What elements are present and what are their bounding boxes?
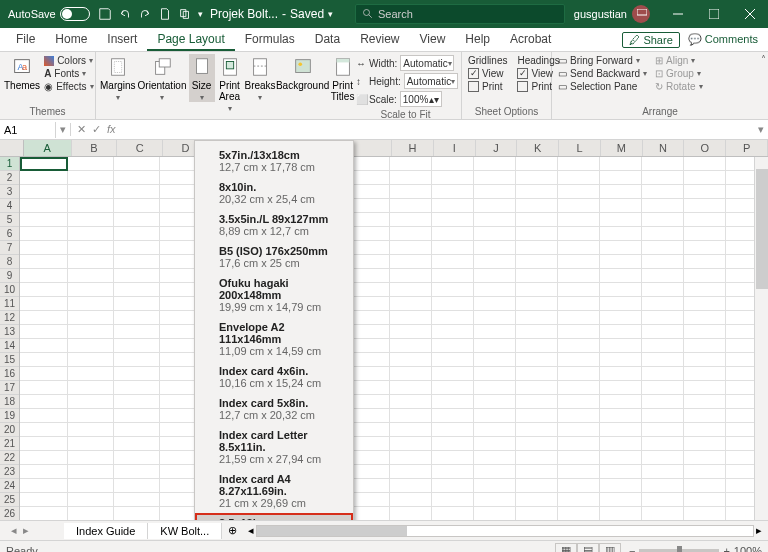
undo-icon[interactable] [118, 7, 132, 21]
cell[interactable] [516, 451, 558, 465]
cell[interactable] [516, 437, 558, 451]
cell[interactable] [642, 297, 684, 311]
row-header[interactable]: 24 [0, 479, 19, 493]
cell[interactable] [114, 339, 160, 353]
toggle-icon[interactable] [60, 7, 90, 21]
tab-help[interactable]: Help [455, 28, 500, 51]
cell[interactable] [558, 395, 600, 409]
cell[interactable] [390, 507, 432, 520]
cell[interactable] [474, 437, 516, 451]
selection-pane-button[interactable]: ▭Selection Pane [556, 80, 649, 93]
cell[interactable] [684, 199, 726, 213]
row-header[interactable]: 26 [0, 507, 19, 520]
breaks-button[interactable]: Breaks▾ [245, 54, 276, 102]
cell[interactable] [20, 311, 68, 325]
cell[interactable] [516, 241, 558, 255]
cell[interactable] [114, 493, 160, 507]
tab-review[interactable]: Review [350, 28, 409, 51]
cell[interactable] [20, 241, 68, 255]
cell[interactable] [390, 157, 432, 171]
send-backward-button[interactable]: ▭Send Backward▾ [556, 67, 649, 80]
cell[interactable] [642, 227, 684, 241]
cell[interactable] [642, 409, 684, 423]
cell[interactable] [20, 367, 68, 381]
cell[interactable] [390, 255, 432, 269]
cell[interactable] [432, 451, 474, 465]
cell[interactable] [20, 283, 68, 297]
redo-icon[interactable] [138, 7, 152, 21]
cell[interactable] [432, 255, 474, 269]
cell[interactable] [600, 367, 642, 381]
cell[interactable] [558, 437, 600, 451]
cell[interactable] [516, 185, 558, 199]
col-header[interactable]: B [72, 140, 118, 156]
sheet-tab-index-guide[interactable]: Index Guide [64, 523, 148, 539]
cell[interactable] [516, 283, 558, 297]
col-header[interactable]: O [684, 140, 726, 156]
cell[interactable] [390, 451, 432, 465]
print-area-button[interactable]: Print Area▾ [217, 54, 243, 113]
cell[interactable] [516, 423, 558, 437]
name-box[interactable]: A1 [0, 122, 56, 138]
row-header[interactable]: 14 [0, 339, 19, 353]
cell[interactable] [432, 199, 474, 213]
cell[interactable] [20, 325, 68, 339]
cell[interactable] [558, 507, 600, 520]
cell[interactable] [684, 213, 726, 227]
cell[interactable] [474, 255, 516, 269]
cell[interactable] [432, 381, 474, 395]
col-header[interactable]: N [643, 140, 685, 156]
cell[interactable] [558, 283, 600, 297]
minimize-button[interactable] [660, 0, 696, 28]
cell[interactable] [642, 479, 684, 493]
cell[interactable] [68, 283, 114, 297]
cell[interactable] [600, 325, 642, 339]
cell[interactable] [68, 325, 114, 339]
size-menu-item[interactable]: Index card 5x8in.12,7 cm x 20,32 cm [195, 393, 353, 425]
row-header[interactable]: 21 [0, 437, 19, 451]
tab-acrobat[interactable]: Acrobat [500, 28, 561, 51]
cell[interactable] [474, 269, 516, 283]
cell[interactable] [390, 409, 432, 423]
cell[interactable] [642, 199, 684, 213]
row-header[interactable]: 9 [0, 269, 19, 283]
share-button[interactable]: 🖊 Share [622, 32, 679, 48]
size-button[interactable]: Size▾ [189, 54, 215, 102]
cell[interactable] [68, 199, 114, 213]
cell[interactable] [558, 269, 600, 283]
cell[interactable] [516, 255, 558, 269]
cell[interactable] [558, 297, 600, 311]
cell[interactable] [114, 367, 160, 381]
row-header[interactable]: 3 [0, 185, 19, 199]
cell[interactable] [432, 507, 474, 520]
cell[interactable] [600, 311, 642, 325]
cell[interactable] [558, 451, 600, 465]
row-header[interactable]: 18 [0, 395, 19, 409]
size-menu-item[interactable]: Ofuku hagaki 200x148mm19,99 cm x 14,79 c… [195, 273, 353, 317]
cell[interactable] [516, 465, 558, 479]
cell[interactable] [390, 311, 432, 325]
cell[interactable] [516, 213, 558, 227]
cell[interactable] [600, 269, 642, 283]
cell[interactable] [68, 353, 114, 367]
cell[interactable] [114, 227, 160, 241]
margins-button[interactable]: Margins▾ [100, 54, 136, 102]
cell[interactable] [68, 381, 114, 395]
cell[interactable] [642, 367, 684, 381]
cell[interactable] [390, 395, 432, 409]
tab-insert[interactable]: Insert [97, 28, 147, 51]
row-header[interactable]: 17 [0, 381, 19, 395]
cell[interactable] [684, 395, 726, 409]
cell[interactable] [684, 325, 726, 339]
zoom-out-button[interactable]: − [629, 545, 635, 553]
cell[interactable] [432, 325, 474, 339]
zoom-in-button[interactable]: + [723, 545, 729, 553]
cell[interactable] [558, 255, 600, 269]
collapse-ribbon-button[interactable]: ˄ [761, 54, 766, 65]
cell[interactable] [600, 241, 642, 255]
cell[interactable] [432, 409, 474, 423]
search-box[interactable]: Search [355, 4, 565, 24]
cell[interactable] [684, 255, 726, 269]
col-header[interactable]: H [392, 140, 434, 156]
cell[interactable] [642, 255, 684, 269]
